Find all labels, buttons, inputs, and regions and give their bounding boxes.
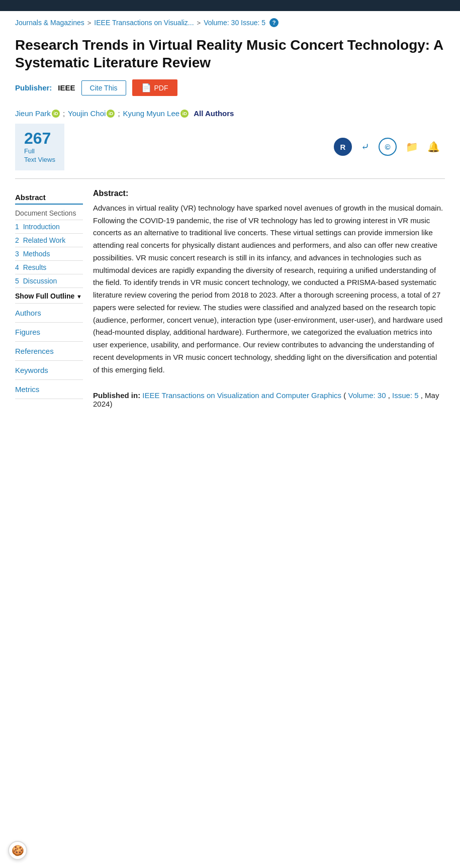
section-num-1: 1 — [15, 223, 19, 231]
sidebar-nav-figures[interactable]: Figures — [15, 323, 83, 342]
chevron-down-icon: ▼ — [76, 294, 82, 300]
help-icon[interactable]: ? — [269, 18, 279, 27]
r-icon[interactable]: R — [334, 138, 352, 156]
publisher-name: IEEE — [58, 83, 75, 92]
published-in-issue[interactable]: Issue: 5 — [392, 391, 419, 400]
sidebar-nav-authors[interactable]: Authors — [15, 304, 83, 323]
breadcrumb-sep-2: > — [197, 19, 201, 27]
full-text-views-label: Full Text Views — [24, 147, 55, 164]
show-full-outline-button[interactable]: Show Full Outline ▼ — [15, 288, 83, 304]
full-text-views-number: 267 — [24, 130, 55, 147]
section-num-4: 4 — [15, 263, 19, 271]
sidebar-section-1[interactable]: 1 Introduction — [15, 220, 83, 234]
all-authors-button[interactable]: All Authors — [194, 109, 234, 118]
published-in-section: Published in: IEEE Transactions on Visua… — [93, 391, 445, 408]
author-1-orcid-icon: iD — [52, 110, 60, 118]
author-3-name[interactable]: Kyung Myun Lee — [123, 109, 180, 118]
author-2-orcid-icon: iD — [107, 110, 115, 118]
breadcrumb-sep-1: > — [87, 19, 91, 27]
sidebar-document-sections: Document Sections — [15, 207, 83, 220]
sidebar-section-2[interactable]: 2 Related Work — [15, 234, 83, 247]
cite-this-button[interactable]: Cite This — [81, 80, 126, 95]
section-label-5: Discussion — [23, 277, 57, 285]
section-num-2: 2 — [15, 236, 19, 244]
sidebar-nav-metrics[interactable]: Metrics — [15, 380, 83, 399]
abstract-text: Advances in virtual reality (VR) technol… — [93, 202, 445, 376]
author-3-orcid-icon: iD — [180, 110, 189, 118]
sidebar-abstract-section: Abstract Document Sections 1 Introductio… — [15, 189, 83, 304]
article-title: Research Trends in Virtual Reality Music… — [15, 36, 445, 71]
sidebar-section-3[interactable]: 3 Methods — [15, 247, 83, 261]
publisher-row: Publisher: IEEE Cite This 📄 PDF — [15, 79, 445, 96]
section-num-5: 5 — [15, 277, 19, 285]
author-1-name[interactable]: Jieun Park — [15, 109, 51, 118]
title-section: Research Trends in Virtual Reality Music… — [0, 32, 460, 106]
content-layout: Abstract Document Sections 1 Introductio… — [0, 181, 460, 424]
author-2-name[interactable]: Youjin Choi — [68, 109, 106, 118]
author-sep-2: ; — [118, 109, 120, 118]
main-content: Abstract: Advances in virtual reality (V… — [83, 189, 460, 424]
pdf-button[interactable]: 📄 PDF — [132, 79, 177, 96]
section-label-3: Methods — [23, 250, 50, 258]
pdf-icon: 📄 — [141, 83, 151, 92]
authors-row: Jieun Park iD ; Youjin Choi iD ; Kyung M… — [0, 106, 460, 122]
share-icon[interactable]: ⤶ — [361, 141, 370, 153]
published-in-comma: , — [388, 391, 392, 400]
breadcrumb-journals[interactable]: Journals & Magazines — [15, 19, 84, 27]
abstract-heading: Abstract: — [93, 189, 445, 198]
section-label-2: Related Work — [23, 236, 66, 244]
bell-icon[interactable]: 🔔 — [427, 141, 440, 153]
top-navigation-bar — [0, 0, 460, 11]
section-num-3: 3 — [15, 250, 19, 258]
show-full-outline-label: Show Full Outline — [15, 292, 74, 300]
action-icons-row: R ⤶ © 📁 🔔 — [334, 138, 445, 156]
sidebar: Abstract Document Sections 1 Introductio… — [0, 189, 83, 424]
sidebar-nav-references[interactable]: References — [15, 342, 83, 361]
published-in-journal[interactable]: IEEE Transactions on Visualization and C… — [142, 391, 341, 400]
section-label-1: Introduction — [23, 223, 60, 231]
author-sep-1: ; — [63, 109, 65, 118]
publisher-label: Publisher: — [15, 83, 52, 92]
published-in-volume[interactable]: Volume: 30 — [348, 391, 386, 400]
copyright-icon[interactable]: © — [379, 138, 397, 156]
published-in-label: Published in: — [93, 391, 140, 400]
pdf-label: PDF — [154, 84, 168, 92]
breadcrumb: Journals & Magazines > IEEE Transactions… — [0, 11, 460, 32]
sidebar-abstract-header[interactable]: Abstract — [15, 189, 83, 205]
metrics-icons-row: 267 Full Text Views R ⤶ © 📁 🔔 — [0, 122, 460, 176]
section-label-4: Results — [23, 263, 47, 271]
folder-icon[interactable]: 📁 — [406, 141, 418, 153]
sidebar-section-5[interactable]: 5 Discussion — [15, 274, 83, 288]
full-text-views-box: 267 Full Text Views — [15, 124, 64, 170]
cookie-button[interactable]: 🍪 — [8, 841, 27, 860]
breadcrumb-volume[interactable]: Volume: 30 Issue: 5 — [204, 19, 265, 27]
sidebar-nav-keywords[interactable]: Keywords — [15, 361, 83, 380]
sidebar-section-4[interactable]: 4 Results — [15, 261, 83, 274]
breadcrumb-journal-name[interactable]: IEEE Transactions on Visualiz... — [94, 19, 194, 27]
divider — [15, 178, 445, 179]
